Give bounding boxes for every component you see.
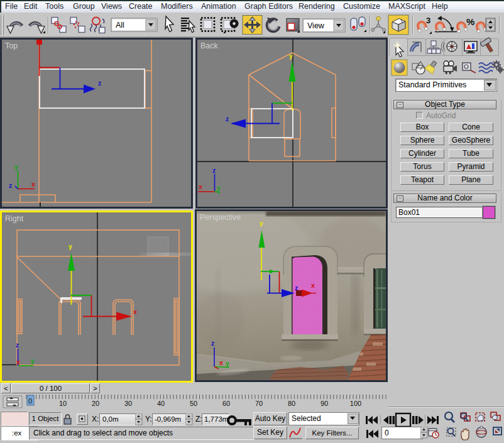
svg-text:30: 30 — [124, 400, 132, 407]
svg-text:x: x — [219, 359, 223, 366]
svg-text:40: 40 — [157, 400, 165, 407]
svg-text:x: x — [199, 183, 202, 190]
svg-text:60: 60 — [222, 400, 230, 407]
svg-text:y: y — [260, 219, 263, 227]
svg-text:0: 0 — [28, 397, 32, 405]
svg-text:y: y — [31, 357, 35, 364]
svg-text:80: 80 — [288, 400, 295, 407]
svg-text:y: y — [289, 52, 293, 60]
svg-text:x: x — [31, 180, 35, 188]
svg-text:Top: Top — [5, 41, 18, 50]
svg-text:y: y — [14, 163, 18, 170]
svg-text:x: x — [311, 282, 315, 289]
svg-text:20: 20 — [92, 400, 99, 407]
svg-text:y: y — [68, 243, 72, 250]
svg-text:z: z — [212, 167, 216, 174]
svg-text:z: z — [211, 339, 214, 347]
svg-text:Back: Back — [200, 41, 219, 50]
svg-text:70: 70 — [255, 400, 263, 407]
svg-text:z: z — [295, 284, 298, 292]
svg-text:3: 3 — [426, 16, 430, 25]
svg-text:x: x — [16, 358, 20, 366]
svg-text:10: 10 — [59, 400, 67, 407]
svg-text:z: z — [9, 182, 12, 189]
svg-text:x: x — [133, 308, 137, 315]
svg-text:z: z — [16, 341, 19, 349]
svg-text:%: % — [466, 16, 474, 27]
svg-text:y: y — [226, 359, 229, 367]
svg-text:100: 100 — [350, 400, 361, 407]
svg-text:50: 50 — [190, 400, 197, 407]
svg-text:y: y — [217, 184, 221, 192]
svg-text:Right: Right — [5, 214, 24, 223]
svg-text:z: z — [98, 79, 101, 87]
svg-text:90: 90 — [320, 400, 328, 407]
svg-text:z: z — [226, 115, 229, 123]
svg-text:Perspective: Perspective — [200, 213, 241, 222]
